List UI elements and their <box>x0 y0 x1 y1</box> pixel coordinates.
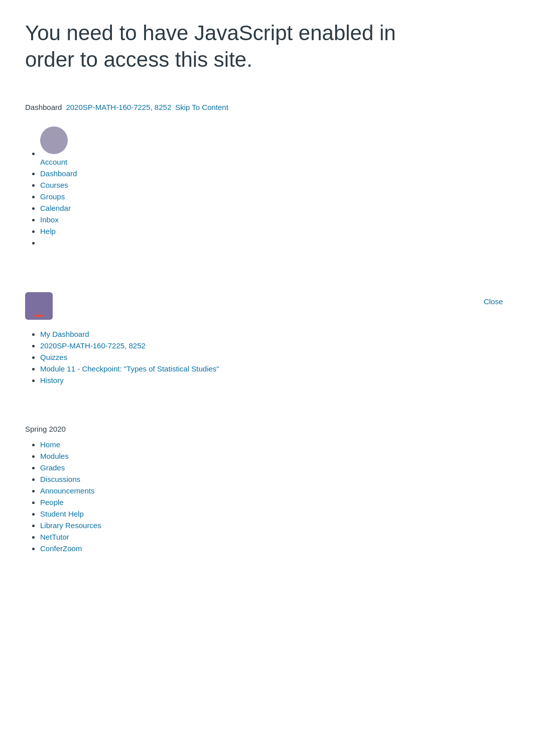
global-nav-item-courses: Courses <box>40 181 508 189</box>
avatar <box>40 127 68 154</box>
nav-link-courses[interactable]: Courses <box>40 181 68 189</box>
course-nav-link-student-help[interactable]: Student Help <box>40 510 84 518</box>
course-nav-link-announcements[interactable]: Announcements <box>40 486 94 495</box>
global-nav-item-dashboard: Dashboard <box>40 169 508 178</box>
course-nav-link-people[interactable]: People <box>40 498 64 507</box>
close-button[interactable]: Close <box>484 297 503 306</box>
course-nav-item-conferzoom: ConferZoom <box>40 544 508 553</box>
user-avatar <box>25 292 53 320</box>
breadcrumb-dashboard: Dashboard <box>25 103 62 111</box>
global-nav-section: Account Dashboard Courses Groups Calenda… <box>25 127 508 247</box>
course-nav-link-library[interactable]: Library Resources <box>40 521 101 530</box>
course-nav-item-modules: Modules <box>40 452 508 460</box>
breadcrumb-skip-link[interactable]: Skip To Content <box>175 103 228 111</box>
course-nav-item-home: Home <box>40 440 508 449</box>
global-nav-item-inbox: Inbox <box>40 215 508 224</box>
course-nav-item-grades: Grades <box>40 463 508 472</box>
course-nav-link-grades[interactable]: Grades <box>40 463 65 472</box>
user-nav-item-dashboard: My Dashboard <box>40 330 508 338</box>
course-nav-link-nettutor[interactable]: NetTutor <box>40 533 69 541</box>
user-nav-item-history: History <box>40 376 508 385</box>
user-nav-item-course: 2020SP-MATH-160-7225, 8252 <box>40 341 508 350</box>
global-nav-item-help: Help <box>40 227 508 235</box>
spacer-middle <box>25 400 508 420</box>
main-heading: You need to have JavaScript enabled in o… <box>25 20 427 73</box>
spacer-top <box>25 262 508 292</box>
user-nav-list: My Dashboard 2020SP-MATH-160-7225, 8252 … <box>25 330 508 385</box>
breadcrumb: Dashboard 2020SP-MATH-160-7225, 8252 Ski… <box>25 103 508 111</box>
global-nav-list: Account Dashboard Courses Groups Calenda… <box>25 127 508 247</box>
semester-label: Spring 2020 <box>25 425 508 433</box>
global-nav-avatar-item: Account <box>40 127 508 166</box>
global-nav-item-calendar: Calendar <box>40 204 508 212</box>
course-nav-link-discussions[interactable]: Discussions <box>40 475 80 483</box>
nav-link-groups[interactable]: Groups <box>40 192 65 201</box>
course-nav-link-conferzoom[interactable]: ConferZoom <box>40 544 82 553</box>
course-nav-item-people: People <box>40 498 508 507</box>
user-nav-link-course[interactable]: 2020SP-MATH-160-7225, 8252 <box>40 341 146 350</box>
global-nav-empty-item <box>40 238 508 247</box>
course-nav-item-library: Library Resources <box>40 521 508 530</box>
user-nav-link-history[interactable]: History <box>40 376 64 385</box>
user-nav-link-module[interactable]: Module 11 - Checkpoint: "Types of Statis… <box>40 364 219 373</box>
course-nav-list: Home Modules Grades Discussions Announce… <box>25 440 508 553</box>
user-nav-item-quizzes: Quizzes <box>40 353 508 361</box>
nav-link-inbox[interactable]: Inbox <box>40 215 59 224</box>
nav-link-calendar[interactable]: Calendar <box>40 204 71 212</box>
course-nav-item-nettutor: NetTutor <box>40 533 508 541</box>
course-nav-item-student-help: Student Help <box>40 510 508 518</box>
user-nav-section: My Dashboard 2020SP-MATH-160-7225, 8252 … <box>25 330 508 385</box>
course-section: Spring 2020 Home Modules Grades Discussi… <box>25 425 508 553</box>
course-nav-item-discussions: Discussions <box>40 475 508 483</box>
course-nav-link-modules[interactable]: Modules <box>40 452 69 460</box>
user-nav-item-module: Module 11 - Checkpoint: "Types of Statis… <box>40 364 508 373</box>
account-link[interactable]: Account <box>40 158 67 166</box>
breadcrumb-course-link[interactable]: 2020SP-MATH-160-7225, 8252 <box>66 103 171 111</box>
nav-link-help[interactable]: Help <box>40 227 56 235</box>
user-nav-link-dashboard[interactable]: My Dashboard <box>40 330 89 338</box>
course-nav-item-announcements: Announcements <box>40 486 508 495</box>
course-nav-link-home[interactable]: Home <box>40 440 60 449</box>
user-nav-link-quizzes[interactable]: Quizzes <box>40 353 67 361</box>
close-area: Close <box>25 292 508 320</box>
page-container: You need to have JavaScript enabled in o… <box>0 0 533 593</box>
global-nav-item-groups: Groups <box>40 192 508 201</box>
nav-link-dashboard[interactable]: Dashboard <box>40 169 77 178</box>
